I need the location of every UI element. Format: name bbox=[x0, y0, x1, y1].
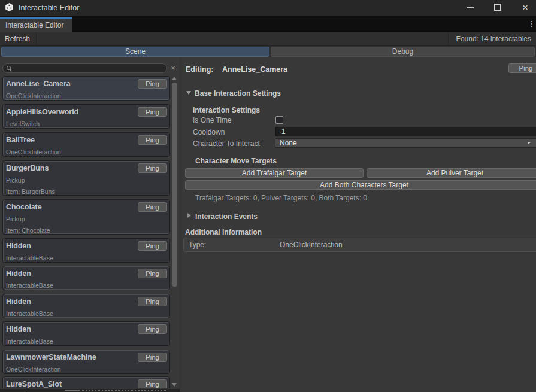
foldout-base-interaction-settings[interactable]: Base Interaction Settings bbox=[195, 89, 281, 98]
inspector-ping-button[interactable]: Ping bbox=[508, 63, 536, 73]
list-item[interactable]: BallTreeOneClickInteractionPing bbox=[2, 132, 170, 157]
list-item[interactable]: HiddenInteractableBasePing bbox=[2, 294, 170, 318]
interactable-list: AnneLise_CameraOneClickInteractionPingAp… bbox=[2, 74, 170, 388]
tab-scene[interactable]: Scene bbox=[1, 47, 269, 57]
list-item[interactable]: HiddenInteractableBasePing bbox=[2, 266, 170, 290]
ping-button[interactable]: Ping bbox=[138, 241, 167, 251]
foldout-interaction-events[interactable]: Interaction Events bbox=[195, 212, 258, 221]
item-subtitle: OneClickInteraction bbox=[6, 366, 165, 372]
ping-button[interactable]: Ping bbox=[138, 163, 167, 173]
item-subtitle: InteractableBase bbox=[6, 282, 165, 288]
section-character-move-targets: Character Move Targets bbox=[195, 157, 277, 165]
search-input[interactable] bbox=[2, 63, 167, 73]
ping-button[interactable]: Ping bbox=[138, 202, 167, 212]
list-item[interactable]: HiddenInteractableBasePing bbox=[2, 238, 170, 263]
ping-button[interactable]: Ping bbox=[138, 79, 167, 89]
found-count-label: Found: 14 interactables bbox=[456, 35, 531, 43]
toolbar-separator bbox=[36, 32, 37, 45]
clipped-text-sliver bbox=[65, 390, 80, 391]
item-subtitle: InteractableBase bbox=[6, 311, 165, 317]
ping-button[interactable]: Ping bbox=[138, 324, 167, 334]
character-to-interact-dropdown[interactable]: None bbox=[275, 138, 536, 148]
item-subtitle: InteractableBase bbox=[6, 255, 165, 261]
list-item[interactable]: AnneLise_CameraOneClickInteractionPing bbox=[2, 76, 170, 101]
foldout-collapsed-icon[interactable] bbox=[187, 213, 191, 218]
titlebar: Interactable Editor × bbox=[0, 0, 536, 16]
item-subtitle: InteractableBase bbox=[6, 338, 165, 344]
list-item[interactable]: AppleHillsOverworldLevelSwitchPing bbox=[2, 104, 170, 129]
ping-button[interactable]: Ping bbox=[138, 135, 167, 145]
is-one-time-checkbox[interactable] bbox=[275, 116, 283, 124]
section-additional-information: Additional Information bbox=[185, 228, 262, 236]
ping-button[interactable]: Ping bbox=[138, 107, 167, 117]
list-item[interactable]: BurgerBunsPickupItem: BurgerBunsPing bbox=[2, 160, 170, 196]
item-subtitle: Item: BurgerBuns bbox=[6, 189, 165, 195]
add-both-characters-target-button[interactable]: Add Both Characters Target bbox=[185, 180, 536, 190]
add-trafalgar-target-button[interactable]: Add Trafalgar Target bbox=[185, 168, 364, 178]
list-item[interactable]: LawnmowerStateMachineOneClickInteraction… bbox=[2, 350, 170, 374]
minimize-icon[interactable] bbox=[467, 7, 474, 8]
ping-button[interactable]: Ping bbox=[138, 297, 167, 306]
editing-label: Editing: bbox=[186, 65, 214, 74]
close-icon[interactable]: × bbox=[520, 2, 531, 14]
chevron-down-icon bbox=[527, 142, 531, 144]
app-icon bbox=[4, 2, 14, 13]
ping-button[interactable]: Ping bbox=[138, 353, 167, 362]
is-one-time-label: Is One Time bbox=[193, 116, 232, 124]
scrollbar-down-icon[interactable] bbox=[172, 383, 177, 387]
list-item[interactable]: LureSpotA_SlotOneClickInteractionPing bbox=[2, 376, 170, 388]
item-subtitle: LevelSwitch bbox=[6, 121, 165, 127]
scrollbar-thumb[interactable] bbox=[172, 83, 177, 287]
list-item[interactable]: ChocolatePickupItem: ChocolatePing bbox=[2, 199, 170, 235]
maximize-icon[interactable] bbox=[494, 4, 501, 11]
item-subtitle: OneClickInteraction bbox=[6, 93, 165, 99]
item-subtitle: Item: Chocolate bbox=[6, 227, 165, 233]
character-to-interact-label: Character To Interact bbox=[193, 139, 260, 148]
toolbar-separator bbox=[448, 32, 449, 45]
add-pulver-target-button[interactable]: Add Pulver Target bbox=[367, 168, 536, 178]
tab-debug[interactable]: Debug bbox=[271, 47, 535, 57]
foldout-expanded-icon[interactable] bbox=[186, 91, 191, 95]
ping-button[interactable]: Ping bbox=[138, 379, 167, 388]
item-subtitle: OneClickInteraction bbox=[6, 149, 165, 155]
clipped-text-sliver bbox=[82, 390, 166, 391]
item-subtitle: Pickup bbox=[6, 216, 165, 222]
view-tab-bar: Scene Debug bbox=[0, 46, 536, 57]
type-label: Type: bbox=[189, 241, 206, 249]
scrollbar-up-icon[interactable] bbox=[172, 77, 177, 80]
type-info-box: Type: OneClickInteraction bbox=[183, 238, 536, 252]
item-subtitle: Pickup bbox=[6, 177, 165, 183]
panel-divider bbox=[180, 57, 180, 392]
toolbar: Refresh Found: 14 interactables bbox=[0, 32, 536, 46]
type-value: OneClickInteraction bbox=[280, 241, 343, 249]
interactable-editor-window: Interactable Editor × Interactable Edito… bbox=[0, 0, 536, 392]
ping-button[interactable]: Ping bbox=[138, 269, 167, 278]
search-icon-handle bbox=[10, 69, 12, 72]
window-title: Interactable Editor bbox=[19, 4, 79, 12]
list-clipped-row bbox=[0, 389, 180, 392]
kebab-menu-icon[interactable]: ⋮ bbox=[528, 19, 535, 28]
refresh-button[interactable]: Refresh bbox=[5, 35, 30, 43]
targets-summary: Trafalgar Targets: 0, Pulver Targets: 0,… bbox=[195, 194, 367, 202]
list-item[interactable]: HiddenInteractableBasePing bbox=[2, 321, 170, 346]
cooldown-label: Cooldown bbox=[193, 128, 225, 136]
editing-value: AnneLise_Camera bbox=[222, 65, 287, 74]
doc-tab-strip: Interactable Editor ⋮ bbox=[0, 16, 536, 32]
tab-interactable-editor[interactable]: Interactable Editor bbox=[0, 17, 72, 32]
search-clear-button[interactable]: × bbox=[169, 63, 177, 73]
cooldown-field[interactable]: -1 bbox=[275, 127, 536, 136]
section-interaction-settings: Interaction Settings bbox=[193, 106, 260, 114]
